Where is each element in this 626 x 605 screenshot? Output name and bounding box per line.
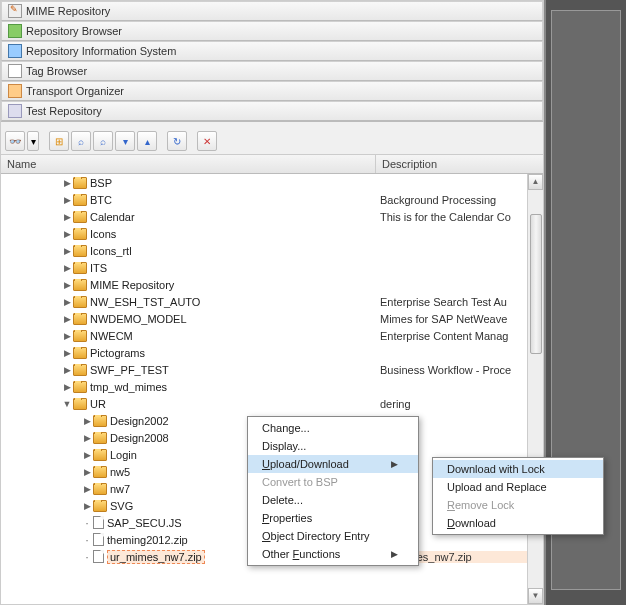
tree-row[interactable]: ▶SWF_PF_TESTBusiness Workflow - Proce — [1, 361, 543, 378]
expander-icon[interactable]: ▶ — [61, 177, 73, 189]
expander-icon[interactable]: ▶ — [61, 330, 73, 342]
tree-row[interactable]: ▶NWDEMO_MODELMimes for SAP NetWeave — [1, 310, 543, 327]
tool-refresh-icon[interactable]: ↻ — [167, 131, 187, 151]
expander-icon[interactable]: ▶ — [81, 432, 93, 444]
expander-icon[interactable]: ▶ — [61, 262, 73, 274]
file-icon — [93, 516, 104, 529]
tree-row[interactable]: ▶MIME Repository — [1, 276, 543, 293]
nav-item-4[interactable]: Transport Organizer — [1, 81, 543, 101]
nav-item-1[interactable]: Repository Browser — [1, 21, 543, 41]
folder-icon — [93, 483, 107, 495]
nav-item-5[interactable]: Test Repository — [1, 101, 543, 121]
row-desc: Enterprise Search Test Au — [376, 296, 543, 308]
expander-icon[interactable]: ▶ — [61, 347, 73, 359]
expander-icon[interactable]: ▶ — [81, 415, 93, 427]
tree-row[interactable]: ▼URdering — [1, 395, 543, 412]
tree-row[interactable]: ▶Icons — [1, 225, 543, 242]
tool-expand-icon[interactable]: ▴ — [137, 131, 157, 151]
expander-icon[interactable]: ▶ — [81, 449, 93, 461]
scroll-up-icon[interactable]: ▲ — [528, 174, 543, 190]
scrollbar[interactable]: ▲ ▼ — [527, 174, 543, 604]
submenu-arrow-icon: ▶ — [391, 549, 398, 559]
expander-icon[interactable]: ▶ — [81, 466, 93, 478]
expander-icon[interactable]: ▼ — [61, 398, 73, 410]
col-name[interactable]: Name — [1, 155, 376, 173]
row-label: nw7 — [110, 483, 130, 495]
ctx-item[interactable]: Properties — [248, 509, 418, 527]
ctx-item[interactable]: Upload/Download▶ — [248, 455, 418, 473]
expander-icon[interactable]: ▶ — [61, 364, 73, 376]
tree-row[interactable]: ▶NWECMEnterprise Content Manag — [1, 327, 543, 344]
submenu-item[interactable]: Upload and Replace — [433, 478, 603, 496]
submenu-label: Download with Lock — [447, 463, 545, 475]
submenu-label: Remove Lock — [447, 499, 514, 511]
ctx-label: Change... — [262, 422, 310, 434]
nav-item-2[interactable]: Repository Information System — [1, 41, 543, 61]
nav-icon — [8, 44, 22, 58]
submenu-item[interactable]: Download — [433, 514, 603, 532]
expander-icon[interactable]: ▶ — [61, 228, 73, 240]
row-label: NWDEMO_MODEL — [90, 313, 187, 325]
submenu[interactable]: Download with LockUpload and ReplaceRemo… — [432, 457, 604, 535]
scroll-thumb[interactable] — [530, 214, 542, 354]
tool-close-icon[interactable]: ✕ — [197, 131, 217, 151]
context-menu[interactable]: Change...Display...Upload/Download▶Conve… — [247, 416, 419, 566]
row-label: NW_ESH_TST_AUTO — [90, 296, 200, 308]
tree-row[interactable]: ▶Pictograms — [1, 344, 543, 361]
tool-collapse-icon[interactable]: ▾ — [115, 131, 135, 151]
ctx-item[interactable]: Display... — [248, 437, 418, 455]
folder-icon — [73, 364, 87, 376]
expander-icon[interactable]: ▶ — [61, 245, 73, 257]
nav-item-3[interactable]: Tag Browser — [1, 61, 543, 81]
col-desc[interactable]: Description — [376, 155, 543, 173]
leaf-dot: · — [81, 551, 93, 563]
nav-label: Repository Information System — [26, 45, 176, 57]
tool-hierarchy-icon[interactable]: ⊞ — [49, 131, 69, 151]
ctx-item[interactable]: Other Functions▶ — [248, 545, 418, 563]
tree-row[interactable]: ▶BTCBackground Processing — [1, 191, 543, 208]
expander-icon[interactable]: ▶ — [61, 211, 73, 223]
tool-find-icon[interactable]: ⌕ — [71, 131, 91, 151]
submenu-arrow-icon: ▶ — [391, 459, 398, 469]
nav-icon — [8, 84, 22, 98]
expander-icon[interactable]: ▶ — [61, 296, 73, 308]
ctx-item[interactable]: Change... — [248, 419, 418, 437]
nav-section: MIME RepositoryRepository BrowserReposit… — [1, 1, 543, 122]
nav-label: Repository Browser — [26, 25, 122, 37]
tree-row[interactable]: ▶NW_ESH_TST_AUTOEnterprise Search Test A… — [1, 293, 543, 310]
ctx-item[interactable]: Object Directory Entry — [248, 527, 418, 545]
expander-icon[interactable]: ▶ — [81, 500, 93, 512]
expander-icon[interactable]: ▶ — [81, 483, 93, 495]
tree-row[interactable]: ▶Icons_rtl — [1, 242, 543, 259]
row-label: Login — [110, 449, 137, 461]
file-icon — [93, 550, 104, 563]
nav-item-0[interactable]: MIME Repository — [1, 1, 543, 21]
ctx-label: Upload/Download — [262, 458, 349, 470]
nav-icon — [8, 24, 22, 38]
tree-row[interactable]: ▶ITS — [1, 259, 543, 276]
submenu-label: Download — [447, 517, 496, 529]
submenu-item: Remove Lock — [433, 496, 603, 514]
expander-icon[interactable]: ▶ — [61, 313, 73, 325]
ctx-label: Other Functions — [262, 548, 340, 560]
tool-find-next-icon[interactable]: ⌕ — [93, 131, 113, 151]
row-label: ur_mimes_nw7.zip — [107, 550, 205, 564]
row-label: SWF_PF_TEST — [90, 364, 169, 376]
expander-icon[interactable]: ▶ — [61, 194, 73, 206]
expander-icon[interactable]: ▶ — [61, 279, 73, 291]
row-label: Icons — [90, 228, 116, 240]
tree-row[interactable]: ▶CalendarThis is for the Calendar Co — [1, 208, 543, 225]
nav-label: Transport Organizer — [26, 85, 124, 97]
ctx-item[interactable]: Delete... — [248, 491, 418, 509]
submenu-item[interactable]: Download with Lock — [433, 460, 603, 478]
file-icon — [93, 533, 104, 546]
tree-row[interactable]: ▶tmp_wd_mimes — [1, 378, 543, 395]
row-label: UR — [90, 398, 106, 410]
scroll-down-icon[interactable]: ▼ — [528, 588, 543, 604]
toolbar: 👓 ▾ ⊞ ⌕ ⌕ ▾ ▴ ↻ ✕ — [1, 128, 543, 155]
folder-icon — [73, 398, 87, 410]
tool-glasses-icon[interactable]: 👓 — [5, 131, 25, 151]
tree-row[interactable]: ▶BSP — [1, 174, 543, 191]
expander-icon[interactable]: ▶ — [61, 381, 73, 393]
tool-dropdown-icon[interactable]: ▾ — [27, 131, 39, 151]
